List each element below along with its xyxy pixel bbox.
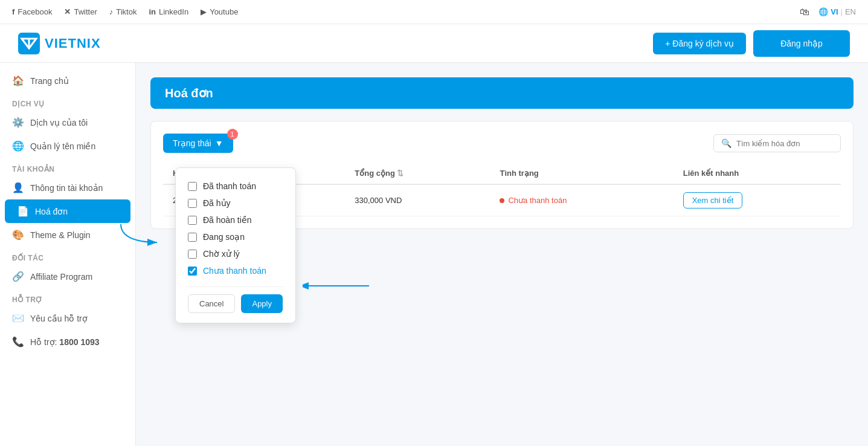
linkedin-icon: in xyxy=(149,7,156,16)
sidebar-section-tai-khoan: TÀI KHOẢN xyxy=(0,158,135,176)
sidebar-label-yeu-cau: Yêu cầu hỗ trợ xyxy=(30,314,88,323)
sidebar-item-hotline[interactable]: 📞 Hỗ trợ: 1800 1093 xyxy=(0,330,135,354)
invoice-icon: 📄 xyxy=(17,205,29,217)
apply-button[interactable]: Apply xyxy=(241,294,283,313)
topbar: f Facebook ✕ Twitter ♪ Tiktok in LinkedI… xyxy=(0,0,868,24)
search-box: 🔍 xyxy=(713,134,841,152)
linkedin-link[interactable]: in LinkedIn xyxy=(149,7,188,16)
search-input[interactable] xyxy=(736,139,833,148)
page-title: Hoá đơn xyxy=(150,77,854,109)
checkbox-chua-thanh-toan[interactable] xyxy=(188,267,197,276)
logo[interactable]: VIETNIX xyxy=(18,33,101,54)
sidebar-item-dich-vu[interactable]: ⚙️ Dịch vụ của tôi xyxy=(0,111,135,134)
checkbox-cho-xu-ly[interactable] xyxy=(188,250,197,259)
twitter-icon: ✕ xyxy=(64,7,71,16)
checkbox-dang-soan[interactable] xyxy=(188,233,197,242)
view-detail-button[interactable]: Xem chi tiết xyxy=(683,192,743,208)
user-icon: 👤 xyxy=(12,182,24,193)
sidebar-label-ten-mien: Quản lý tên miền xyxy=(30,141,95,151)
globe-icon: 🌐 xyxy=(818,7,828,16)
filter-dropdown: Đã thanh toán Đã hủy Đã hoàn tiền Đ xyxy=(175,167,296,323)
checkbox-da-thanh-toan[interactable] xyxy=(188,182,197,191)
option-label-cho-xu-ly: Chờ xử lý xyxy=(203,249,240,259)
sidebar-label-dich-vu: Dịch vụ của tôi xyxy=(30,118,88,128)
logo-icon xyxy=(18,33,40,54)
filter-button-wrapper: Trạng thái ▼ 1 Đã thanh toán Đã hủy xyxy=(163,134,233,153)
twitter-link[interactable]: ✕ Twitter xyxy=(64,7,97,16)
option-label-da-hoan-tien: Đã hoàn tiền xyxy=(203,215,252,225)
sidebar-label-theme: Theme & Plugin xyxy=(30,230,91,240)
sidebar-item-affiliate[interactable]: 🔗 Affiliate Program xyxy=(0,265,135,288)
youtube-link[interactable]: ▶ Youtube xyxy=(201,7,238,16)
filter-option-chua-thanh-toan[interactable]: Chưa thanh toán xyxy=(188,262,283,279)
status-dot xyxy=(500,198,504,203)
checkbox-da-huy[interactable] xyxy=(188,199,197,208)
sidebar-label-thong-tin: Thông tin tài khoản xyxy=(30,183,103,193)
option-label-da-thanh-toan: Đã thanh toán xyxy=(203,181,256,191)
sidebar-item-thong-tin[interactable]: 👤 Thông tin tài khoản xyxy=(0,176,135,199)
sidebar-section-dich-vu: DỊCH VỤ xyxy=(0,92,135,111)
sidebar: 🏠 Trang chủ DỊCH VỤ ⚙️ Dịch vụ của tôi 🌐… xyxy=(0,63,136,446)
sidebar-item-hoa-don[interactable]: 📄 Hoá đơn xyxy=(5,199,130,223)
sidebar-item-trang-chu[interactable]: 🏠 Trang chủ xyxy=(0,69,135,92)
filter-row: Trạng thái ▼ 1 Đã thanh toán Đã hủy xyxy=(163,134,841,153)
sidebar-section-ho-tro: HỖ TRỢ xyxy=(0,288,135,306)
option-label-dang-soan: Đang soạn xyxy=(203,232,245,242)
header-actions: + Đăng ký dịch vụ Đăng nhập xyxy=(653,30,850,57)
filter-option-da-huy[interactable]: Đã hủy xyxy=(188,195,283,212)
register-button[interactable]: + Đăng ký dịch vụ xyxy=(653,33,746,54)
tiktok-label: Tiktok xyxy=(116,7,137,16)
status-badge: Chưa thanh toán xyxy=(500,196,663,205)
filter-label: Trạng thái xyxy=(173,138,211,148)
facebook-link[interactable]: f Facebook xyxy=(12,7,52,16)
dropdown-actions: Cancel Apply xyxy=(188,286,283,313)
lang-switch[interactable]: 🌐 VI | EN xyxy=(818,7,856,16)
lang-vi[interactable]: VI xyxy=(831,7,838,16)
sidebar-label-hotline: Hỗ trợ: 1800 1093 xyxy=(30,337,100,347)
filter-badge: 1 xyxy=(227,129,238,140)
filter-option-dang-soan[interactable]: Đang soạn xyxy=(188,228,283,245)
facebook-label: Facebook xyxy=(18,7,52,16)
phone-icon: 📞 xyxy=(12,336,24,347)
youtube-icon: ▶ xyxy=(201,7,207,16)
filter-option-da-thanh-toan[interactable]: Đã thanh toán xyxy=(188,178,283,195)
social-links: f Facebook ✕ Twitter ♪ Tiktok in LinkedI… xyxy=(12,7,238,16)
sidebar-item-yeu-cau[interactable]: ✉️ Yêu cầu hỗ trợ xyxy=(0,306,135,330)
checkbox-da-hoan-tien[interactable] xyxy=(188,216,197,225)
logo-text: VIETNIX xyxy=(45,36,101,51)
cell-tong-cong: 330,000 VND xyxy=(345,184,490,216)
col-tinh-trang: Tình trạng xyxy=(490,163,673,184)
invoice-card: Trạng thái ▼ 1 Đã thanh toán Đã hủy xyxy=(150,121,854,229)
layout: 🏠 Trang chủ DỊCH VỤ ⚙️ Dịch vụ của tôi 🌐… xyxy=(0,63,868,446)
col-tong-cong: Tổng cộng ⇅ xyxy=(345,163,490,184)
sidebar-label-trang-chu: Trang chủ xyxy=(30,76,69,86)
login-button[interactable]: Đăng nhập xyxy=(753,30,850,57)
sidebar-item-ten-mien[interactable]: 🌐 Quản lý tên miền xyxy=(0,134,135,158)
filter-icon: ▼ xyxy=(215,138,223,148)
linkedin-label: LinkedIn xyxy=(159,7,188,16)
youtube-label: Youtube xyxy=(210,7,238,16)
support-icon: ✉️ xyxy=(12,312,24,324)
sidebar-label-hoa-don: Hoá đơn xyxy=(35,207,68,216)
main-content: Hoá đơn Trạng thái ▼ 1 Đã thanh toán xyxy=(136,63,868,446)
sidebar-label-affiliate: Affiliate Program xyxy=(30,272,92,282)
status-label: Chưa thanh toán xyxy=(508,196,567,205)
cart-icon[interactable]: 🛍 xyxy=(800,7,809,18)
sidebar-section-doi-tac: ĐỐI TÁC xyxy=(0,247,135,265)
theme-icon: 🎨 xyxy=(12,229,24,241)
header: VIETNIX + Đăng ký dịch vụ Đăng nhập xyxy=(0,24,868,63)
twitter-label: Twitter xyxy=(74,7,97,16)
service-icon: ⚙️ xyxy=(12,117,24,128)
option-label-da-huy: Đã hủy xyxy=(203,198,231,208)
lang-en[interactable]: EN xyxy=(845,7,856,16)
cell-lien-ket: Xem chi tiết xyxy=(674,184,841,216)
home-icon: 🏠 xyxy=(12,75,24,86)
sidebar-item-theme[interactable]: 🎨 Theme & Plugin xyxy=(0,223,135,247)
cancel-button[interactable]: Cancel xyxy=(188,294,235,313)
filter-option-cho-xu-ly[interactable]: Chờ xử lý xyxy=(188,245,283,262)
tiktok-link[interactable]: ♪ Tiktok xyxy=(109,7,137,16)
arrow-annotation xyxy=(303,277,375,297)
status-filter-button[interactable]: Trạng thái ▼ 1 xyxy=(163,134,233,153)
search-icon: 🔍 xyxy=(721,138,731,148)
filter-option-da-hoan-tien[interactable]: Đã hoàn tiền xyxy=(188,212,283,228)
